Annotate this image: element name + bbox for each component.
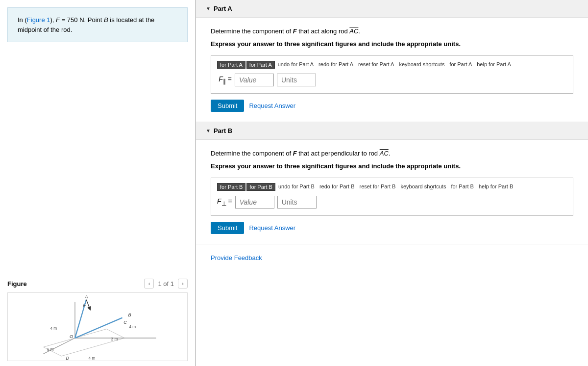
svg-text:O: O [70, 334, 73, 339]
part-a-reset: reset for Part A [356, 61, 396, 69]
part-a-button-row: Submit Request Answer [211, 100, 573, 112]
part-a-toolbar: for Part A for Part A undo for Part A re… [217, 61, 567, 69]
svg-text:F: F [83, 303, 87, 308]
part-b-help-label: for Part B [449, 183, 475, 191]
right-panel: ▼ Part A Determine the component of F th… [196, 0, 588, 366]
part-b-btn1[interactable]: for Part B [217, 183, 245, 191]
part-b-units-input[interactable] [277, 196, 317, 209]
part-a-answer-box: for Part A for Part A undo for Part A re… [211, 55, 573, 94]
part-b-reset: reset for Part B [357, 183, 397, 191]
part-b-arrow: ▼ [206, 128, 211, 133]
part-a-content: Determine the component of F that act al… [196, 18, 588, 122]
part-a-help-label: for Part A [447, 61, 474, 69]
part-b-input-label: F⊥ = [217, 197, 232, 207]
part-b-rod: AC [380, 150, 389, 157]
part-b-content: Determine the component of F that act pe… [196, 140, 588, 244]
part-b-value-input[interactable] [235, 196, 274, 209]
part-a-force-var: F [293, 27, 297, 35]
figure-diagram: A B C O D 4 m 4 m 3 m 6 m 4 m [8, 293, 187, 361]
part-b-answer-box: for Part B for Part B undo for Part B re… [211, 178, 573, 216]
part-b-shortcuts: keyboard shortcuts [398, 183, 448, 191]
part-a-input-row: F∥ = [217, 74, 567, 86]
part-a-section: ▼ Part A Determine the component of F th… [196, 0, 588, 122]
part-b-force-var: F [293, 150, 297, 157]
part-a-btn2[interactable]: for Part A [246, 61, 275, 69]
part-b-description: Determine the component of F that act pe… [211, 149, 573, 158]
part-a-label: Part A [214, 5, 232, 12]
svg-text:C: C [123, 320, 127, 325]
figure-link[interactable]: Figure 1 [27, 16, 50, 24]
figure-image: A B C O D 4 m 4 m 3 m 6 m 4 m [7, 292, 188, 361]
part-a-input-label: F∥ = [217, 75, 232, 85]
part-a-undo: undo for Part A [276, 61, 316, 69]
provide-feedback-link[interactable]: Provide Feedback [211, 254, 262, 261]
part-a-btn1[interactable]: for Part A [217, 61, 245, 69]
next-figure-button[interactable]: › [178, 279, 188, 288]
svg-text:4 m: 4 m [50, 326, 57, 331]
prev-figure-button[interactable]: ‹ [144, 279, 154, 288]
part-a-units-input[interactable] [277, 74, 316, 86]
part-a-redo: redo for Part A [317, 61, 355, 69]
provide-feedback-section: Provide Feedback [196, 244, 588, 271]
svg-text:D: D [66, 356, 70, 361]
figure-header: Figure ‹ 1 of 1 › [7, 279, 188, 288]
part-b-section: ▼ Part B Determine the component of F th… [196, 122, 588, 244]
left-panel: In (Figure 1), F = 750 N. Point B is loc… [0, 0, 196, 366]
part-b-instruction: Express your answer to three significant… [211, 161, 573, 171]
part-b-label: Part B [214, 127, 232, 134]
figure-title: Figure [7, 280, 27, 288]
part-a-request-answer-link[interactable]: Request Answer [249, 102, 295, 109]
svg-text:A: A [84, 294, 88, 299]
part-b-request-answer-link[interactable]: Request Answer [249, 224, 295, 232]
svg-line-7 [75, 318, 122, 338]
part-b-button-row: Submit Request Answer [211, 222, 573, 234]
figure-section: Figure ‹ 1 of 1 › [0, 274, 195, 366]
svg-text:B: B [128, 313, 131, 317]
part-a-rod: AC [349, 27, 358, 35]
part-b-toolbar: for Part B for Part B undo for Part B re… [217, 183, 567, 191]
part-a-value-input[interactable] [235, 74, 274, 86]
part-a-description: Determine the component of F that act al… [211, 26, 573, 36]
svg-line-19 [86, 300, 90, 309]
part-a-help: help for Part A [475, 61, 513, 69]
part-a-shortcuts: keyboard shortcuts [397, 61, 446, 69]
part-b-header[interactable]: ▼ Part B [196, 122, 588, 140]
part-a-header[interactable]: ▼ Part A [196, 0, 588, 18]
svg-text:4 m: 4 m [129, 325, 136, 329]
part-b-btn2[interactable]: for Part B [246, 183, 275, 191]
part-a-arrow: ▼ [206, 6, 211, 11]
part-b-input-row: F⊥ = [217, 196, 567, 209]
part-a-submit-button[interactable]: Submit [211, 100, 244, 112]
svg-text:4 m: 4 m [89, 356, 96, 361]
problem-statement: In (Figure 1), F = 750 N. Point B is loc… [7, 7, 188, 42]
part-b-submit-button[interactable]: Submit [211, 222, 244, 234]
part-a-instruction: Express your answer to three significant… [211, 39, 573, 49]
force-variable: F [56, 16, 60, 24]
part-b-undo: undo for Part B [276, 183, 317, 191]
figure-nav: ‹ 1 of 1 › [144, 279, 188, 288]
figure-counter: 1 of 1 [158, 280, 174, 288]
part-b-help: help for Part B [477, 183, 515, 191]
svg-text:3 m: 3 m [111, 337, 118, 341]
part-b-redo: redo for Part B [318, 183, 357, 191]
point-variable: B [104, 16, 108, 24]
svg-text:6 m: 6 m [47, 347, 54, 352]
